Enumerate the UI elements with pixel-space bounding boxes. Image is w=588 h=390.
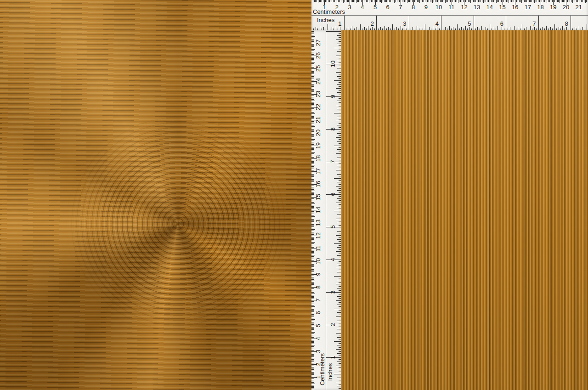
cm-tick xyxy=(311,279,314,280)
inch-tick-minor xyxy=(435,28,435,30)
inch-tick-minor xyxy=(337,386,341,386)
cm-tick-label: 19 xyxy=(315,142,321,149)
inch-tick-label: 6 xyxy=(330,192,336,196)
inch-tick-minor xyxy=(490,24,490,30)
inch-tick-major xyxy=(538,16,539,30)
cm-tick xyxy=(383,0,383,2)
cm-tick xyxy=(311,161,314,162)
cm-tick xyxy=(311,176,314,177)
cm-tick-label: 20 xyxy=(563,4,569,10)
inch-tick-minor xyxy=(540,28,541,30)
cm-tick xyxy=(427,0,428,2)
cm-tick-label: 22 xyxy=(315,104,321,110)
cm-tick xyxy=(311,98,314,98)
inch-tick-minor xyxy=(336,56,341,56)
inch-tick-minor xyxy=(337,101,341,101)
inch-tick-minor xyxy=(339,160,341,160)
cm-tick xyxy=(311,234,314,235)
cm-tick xyxy=(311,44,314,45)
cm-tick xyxy=(311,103,314,104)
inch-tick-minor xyxy=(560,28,561,30)
cm-tick xyxy=(311,91,314,92)
cm-tick xyxy=(311,384,315,384)
cm-tick xyxy=(393,0,393,2)
inch-tick-minor xyxy=(445,27,446,30)
inch-tick-minor xyxy=(337,272,341,272)
cm-tick xyxy=(558,0,559,2)
inch-tick-minor xyxy=(542,27,543,30)
cm-tick xyxy=(521,0,522,3)
inch-tick-minor xyxy=(339,172,341,172)
cm-tick xyxy=(311,219,314,220)
inch-tick-label: 8 xyxy=(565,21,568,27)
cm-tick xyxy=(381,0,382,3)
inch-tick-minor xyxy=(339,343,341,344)
inch-tick-minor xyxy=(337,174,341,175)
cm-tick xyxy=(311,366,314,366)
inch-tick-label: 1 xyxy=(330,356,336,359)
cm-tick xyxy=(311,241,314,241)
cm-tick xyxy=(311,373,314,374)
cm-tick xyxy=(524,0,525,2)
cm-tick xyxy=(311,359,314,360)
inch-tick-minor xyxy=(582,27,583,30)
cm-tick xyxy=(543,0,543,2)
cm-tick xyxy=(447,0,448,2)
cm-tick xyxy=(311,224,314,225)
cm-tick xyxy=(398,0,398,2)
inch-tick-minor xyxy=(518,27,518,30)
inch-tick-minor xyxy=(337,84,341,85)
inch-tick-minor xyxy=(337,166,341,166)
inch-tick-minor xyxy=(398,28,399,30)
inch-tick-minor xyxy=(339,298,341,299)
inch-tick-minor xyxy=(339,356,341,356)
cm-tick-label: 21 xyxy=(575,4,582,10)
inch-tick-minor xyxy=(339,95,341,95)
cm-tick xyxy=(311,131,314,132)
inch-tick-minor xyxy=(339,367,341,368)
inch-tick-minor xyxy=(336,251,341,252)
cm-tick xyxy=(311,147,314,147)
cm-tick xyxy=(311,187,314,187)
inch-tick-label: 2 xyxy=(371,21,374,27)
inch-tick-minor xyxy=(380,27,381,30)
inch-tick-label: 10 xyxy=(330,61,336,67)
cm-tick xyxy=(311,356,314,357)
inch-tick-minor xyxy=(339,306,341,307)
inch-tick-minor xyxy=(339,351,341,352)
cm-tick xyxy=(519,0,520,2)
cm-tick xyxy=(404,0,405,2)
cm-tick xyxy=(311,193,314,194)
inch-tick-minor xyxy=(339,225,341,226)
cm-tick-label: 6 xyxy=(315,311,321,314)
cm-tick xyxy=(538,0,538,2)
inch-tick-minor xyxy=(419,28,419,30)
cm-tick xyxy=(311,260,314,260)
inch-tick-minor xyxy=(339,282,341,283)
inch-tick-minor xyxy=(481,26,482,30)
cm-tick xyxy=(554,0,555,2)
inch-tick-minor xyxy=(337,378,341,378)
cm-tick xyxy=(552,0,553,2)
cm-tick-label: 3 xyxy=(315,350,321,353)
cm-tick xyxy=(311,265,314,266)
horizontal-cm-unit-label: Centimeters xyxy=(313,9,345,15)
inch-tick-minor xyxy=(337,321,341,321)
cm-tick xyxy=(531,0,532,2)
cm-tick xyxy=(561,0,561,2)
cm-tick xyxy=(311,156,314,156)
cm-tick xyxy=(500,0,500,2)
cm-tick xyxy=(311,340,314,340)
cm-tick xyxy=(533,0,533,2)
inch-tick-minor xyxy=(512,28,512,30)
inch-tick-minor xyxy=(465,26,466,30)
inch-tick-minor xyxy=(337,125,341,125)
inch-tick-minor xyxy=(562,26,563,30)
inch-tick-minor xyxy=(334,146,341,146)
inch-tick-minor xyxy=(337,60,341,60)
inch-tick-minor xyxy=(455,28,456,30)
cm-tick xyxy=(311,79,314,79)
inch-tick-minor xyxy=(339,339,341,339)
inch-tick-minor xyxy=(496,28,496,30)
cm-tick xyxy=(311,323,314,323)
